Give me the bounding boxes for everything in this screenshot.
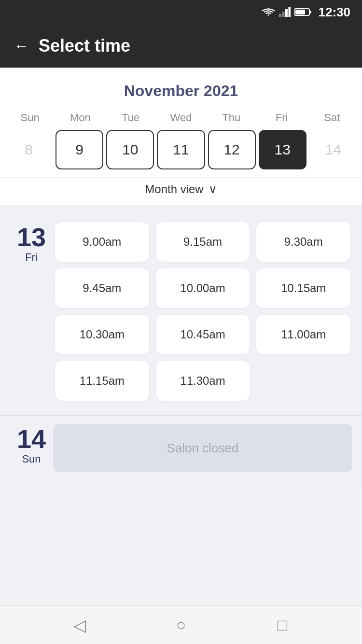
back-button[interactable]: ←: [14, 37, 29, 55]
day-cell-14[interactable]: 14: [309, 130, 357, 169]
month-view-toggle[interactable]: Month view ∨: [0, 177, 362, 205]
signal-icon: [279, 7, 291, 17]
time-slot-1045[interactable]: 10.45am: [156, 315, 250, 354]
day-header-tue: Tue: [106, 109, 156, 130]
week-row: 8 9 10 11 12 13 14: [0, 130, 362, 177]
time-slot-930[interactable]: 9.30am: [256, 222, 350, 262]
salon-closed-label: Salon closed: [53, 424, 352, 472]
svg-rect-5: [310, 11, 311, 14]
day-label-14: 14 Sun: [10, 424, 53, 472]
nav-recents-button[interactable]: □: [268, 611, 297, 640]
time-slot-1000[interactable]: 10.00am: [156, 268, 250, 308]
svg-rect-0: [279, 14, 281, 17]
day-header-wed: Wed: [156, 109, 206, 130]
time-slot-915[interactable]: 9.15am: [156, 222, 250, 262]
nav-home-icon: ○: [176, 616, 186, 634]
day-cell-8[interactable]: 8: [5, 130, 53, 169]
day-header-mon: Mon: [55, 109, 105, 130]
day-headers: Sun Mon Tue Wed Thu Fri Sat: [0, 109, 362, 130]
day-name-14: Sun: [22, 453, 41, 465]
time-slot-1115[interactable]: 11.15am: [55, 361, 149, 401]
timeslots-grid-13: 9.00am 9.15am 9.30am 9.45am 10.00am 10.1…: [53, 222, 352, 401]
time-slot-1015[interactable]: 10.15am: [256, 268, 350, 308]
page-title: Select time: [39, 36, 130, 56]
nav-recents-icon: □: [278, 616, 288, 634]
day-header-sat: Sat: [307, 109, 357, 130]
day-header-sun: Sun: [5, 109, 55, 130]
svg-rect-6: [295, 10, 305, 14]
nav-back-button[interactable]: ◁: [65, 611, 94, 640]
nav-home-button[interactable]: ○: [167, 611, 195, 640]
day-header-thu: Thu: [206, 109, 256, 130]
battery-icon: [294, 8, 312, 16]
bottom-nav: ◁ ○ □: [0, 605, 362, 644]
day-block-14: 14 Sun Salon closed: [0, 416, 362, 482]
calendar-section: November 2021 Sun Mon Tue Wed Thu Fri Sa…: [0, 68, 362, 205]
timeslots-section-13: 13 Fri 9.00am 9.15am 9.30am 9.45am 10.00…: [0, 205, 362, 491]
day-cell-10[interactable]: 10: [106, 130, 154, 169]
time-slot-945[interactable]: 9.45am: [55, 268, 149, 308]
wifi-icon: [262, 7, 275, 17]
time-slot-1030[interactable]: 10.30am: [55, 315, 149, 354]
day-header-fri: Fri: [256, 109, 306, 130]
svg-rect-2: [285, 9, 288, 17]
day-label-13: 13 Fri: [10, 222, 53, 401]
day-block-13: 13 Fri 9.00am 9.15am 9.30am 9.45am 10.00…: [0, 214, 362, 406]
status-time: 12:30: [319, 5, 351, 20]
day-number-13: 13: [17, 224, 46, 250]
time-slot-1130[interactable]: 11.30am: [156, 361, 250, 401]
chevron-down-icon: ∨: [209, 182, 217, 196]
month-view-label: Month view: [145, 182, 203, 196]
app-header: ← Select time: [0, 24, 362, 68]
svg-rect-1: [282, 12, 284, 17]
day-cell-11[interactable]: 11: [157, 130, 205, 169]
status-bar: 12:30: [0, 0, 362, 24]
time-slot-1100[interactable]: 11.00am: [256, 315, 350, 354]
time-slot-900[interactable]: 9.00am: [55, 222, 149, 262]
day-cell-12[interactable]: 12: [208, 130, 256, 169]
day-cell-9[interactable]: 9: [56, 130, 103, 169]
day-name-13: Fri: [25, 251, 38, 264]
back-icon: ←: [14, 37, 29, 55]
svg-rect-3: [288, 7, 291, 17]
day-number-14: 14: [17, 426, 46, 452]
status-icons: 12:30: [262, 5, 351, 20]
nav-back-icon: ◁: [73, 616, 86, 635]
day-cell-13[interactable]: 13: [259, 130, 306, 169]
month-title: November 2021: [0, 77, 362, 109]
